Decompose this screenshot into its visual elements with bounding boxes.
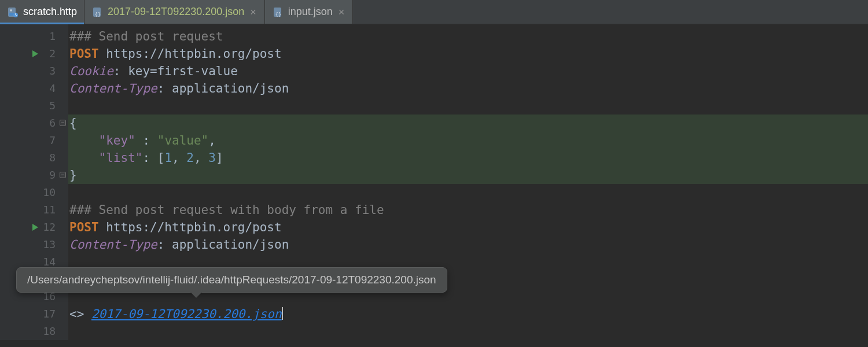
close-icon[interactable]: × — [337, 7, 346, 17]
json-key: "key" — [99, 134, 135, 147]
json-string: "value" — [157, 134, 209, 147]
comment-text: ### Send post request with body from a f… — [69, 203, 384, 217]
header-name: Cookie — [69, 64, 113, 78]
tab-json-response[interactable]: {} 2017-09-12T092230.200.json × — [84, 0, 265, 24]
gutter-row[interactable]: 3 — [0, 62, 68, 80]
json-file-icon: {} — [272, 6, 284, 18]
json-brace: } — [69, 168, 77, 182]
code-area[interactable]: ### Send post request POST https://httpb… — [68, 24, 868, 340]
header-name: Content-Type — [69, 238, 157, 252]
gutter-row[interactable]: 17 — [0, 305, 68, 323]
gutter-row[interactable]: 18 — [0, 323, 68, 340]
json-number: 1 — [164, 151, 172, 165]
editor: 1 2 3 4 5 6 7 8 9 10 11 12 13 14 15 16 1… — [0, 24, 868, 340]
header-value: : key=first-value — [113, 64, 238, 78]
http-file-icon: A — [7, 6, 19, 18]
json-number: 3 — [208, 151, 216, 165]
gutter-row[interactable]: 7 — [0, 132, 68, 149]
tab-bar: A scratch.http {} 2017-09-12T092230.200.… — [0, 0, 868, 24]
gutter-row[interactable]: 5 — [0, 97, 68, 115]
tab-input-json[interactable]: {} input.json × — [265, 0, 354, 24]
tab-label: input.json — [288, 6, 333, 18]
gutter-row[interactable]: 6 — [0, 115, 68, 132]
run-gutter-icon[interactable] — [32, 50, 38, 57]
selection-highlight — [68, 115, 868, 184]
text-caret — [282, 307, 283, 320]
header-name: Content-Type — [69, 82, 157, 95]
header-value: : application/json — [157, 238, 289, 252]
path-tooltip: /Users/andreycheptsov/intellij-fluid/.id… — [16, 267, 447, 293]
response-marker: <> — [69, 307, 91, 321]
http-method: POST — [69, 47, 99, 61]
svg-text:{}: {} — [275, 12, 281, 17]
request-url: https://httpbin.org/post — [99, 220, 282, 234]
tab-label: 2017-09-12T092230.200.json — [108, 6, 244, 18]
response-file-link[interactable]: 2017-09-12T092230.200.json — [91, 307, 282, 321]
svg-text:{}: {} — [95, 12, 101, 17]
close-icon[interactable]: × — [249, 7, 258, 17]
comment-text: ### Send post request — [69, 29, 223, 43]
request-url: https://httpbin.org/post — [99, 47, 282, 61]
gutter-row[interactable]: 8 — [0, 149, 68, 167]
gutter-row[interactable]: 11 — [0, 201, 68, 219]
gutter-row[interactable]: 12 — [0, 219, 68, 236]
gutter-row[interactable]: 13 — [0, 236, 68, 253]
header-value: : application/json — [157, 82, 289, 95]
gutter-row[interactable]: 4 — [0, 80, 68, 97]
json-brace: { — [69, 116, 77, 130]
http-method: POST — [69, 220, 99, 234]
svg-text:A: A — [10, 9, 12, 12]
tab-scratch-http[interactable]: A scratch.http — [0, 0, 84, 24]
tooltip-text: /Users/andreycheptsov/intellij-fluid/.id… — [27, 274, 436, 286]
gutter: 1 2 3 4 5 6 7 8 9 10 11 12 13 14 15 16 1… — [0, 24, 68, 340]
gutter-row[interactable]: 2 — [0, 45, 68, 62]
json-key: "list" — [99, 151, 143, 165]
json-number: 2 — [186, 151, 194, 165]
run-gutter-icon[interactable] — [32, 224, 38, 231]
tab-label: scratch.http — [23, 6, 77, 18]
fold-toggle-icon[interactable] — [60, 120, 66, 126]
gutter-row[interactable]: 10 — [0, 184, 68, 201]
json-file-icon: {} — [91, 6, 103, 18]
fold-toggle-icon[interactable] — [60, 172, 66, 178]
gutter-row[interactable]: 9 — [0, 167, 68, 184]
gutter-row[interactable]: 1 — [0, 28, 68, 45]
